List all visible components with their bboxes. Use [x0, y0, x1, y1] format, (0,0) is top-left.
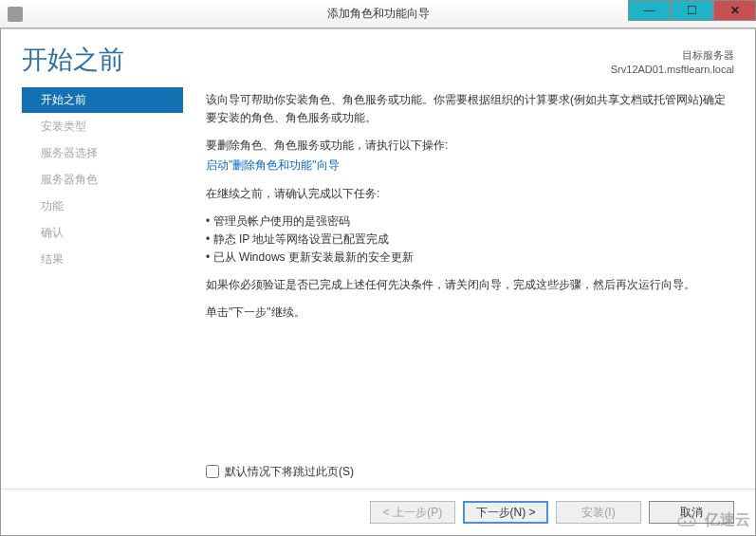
bullet-item: 管理员帐户使用的是强密码	[206, 213, 734, 231]
skip-page-label: 默认情况下将跳过此页(S)	[225, 463, 354, 481]
window-controls: — ☐ ✕	[628, 0, 756, 28]
header-row: 开始之前 目标服务器 Srv12AD01.msftlearn.local	[1, 29, 755, 78]
wizard-steps-sidebar: 开始之前 安装类型 服务器选择 服务器角色 功能 确认 结果	[22, 87, 183, 489]
target-server-info: 目标服务器 Srv12AD01.msftlearn.local	[611, 48, 734, 78]
page-title: 开始之前	[22, 43, 124, 77]
bullet-item: 静态 IP 地址等网络设置已配置完成	[206, 231, 734, 249]
sidebar-item-before-you-begin[interactable]: 开始之前	[22, 87, 183, 113]
remove-prompt: 要删除角色、角色服务或功能，请执行以下操作:	[206, 137, 734, 155]
window-title: 添加角色和功能向导	[327, 6, 430, 22]
main-area: 开始之前 安装类型 服务器选择 服务器角色 功能 确认 结果 该向导可帮助你安装…	[1, 78, 755, 489]
target-server-label: 目标服务器	[611, 48, 734, 63]
sidebar-item-server-selection: 服务器选择	[22, 140, 183, 166]
install-button: 安装(I)	[556, 501, 641, 524]
conditional-note: 如果你必须验证是否已完成上述任何先决条件，请关闭向导，完成这些步骤，然后再次运行…	[206, 276, 734, 294]
next-button[interactable]: 下一步(N) >	[463, 501, 548, 524]
footer-buttons: < 上一步(P) 下一步(N) > 安装(I) 取消	[1, 489, 755, 535]
sidebar-item-features: 功能	[22, 194, 183, 219]
continue-note: 单击"下一步"继续。	[206, 304, 734, 322]
verify-prompt: 在继续之前，请确认完成以下任务:	[206, 185, 734, 203]
previous-button: < 上一步(P)	[370, 501, 455, 524]
remove-roles-link[interactable]: 启动"删除角色和功能"向导	[206, 158, 340, 172]
bullet-item: 已从 Windows 更新安装最新的安全更新	[206, 249, 734, 267]
dialog-body: 开始之前 目标服务器 Srv12AD01.msftlearn.local 开始之…	[0, 28, 756, 536]
close-button[interactable]: ✕	[713, 0, 756, 21]
prerequisite-list: 管理员帐户使用的是强密码 静态 IP 地址等网络设置已配置完成 已从 Windo…	[206, 213, 734, 268]
skip-page-checkbox[interactable]	[206, 465, 219, 478]
app-icon	[8, 7, 23, 22]
sidebar-item-confirmation: 确认	[22, 220, 183, 246]
sidebar-item-server-roles: 服务器角色	[22, 167, 183, 193]
sidebar-item-results: 结果	[22, 247, 183, 272]
minimize-button[interactable]: —	[628, 0, 671, 21]
sidebar-item-installation-type: 安装类型	[22, 114, 183, 139]
maximize-button[interactable]: ☐	[671, 0, 713, 21]
skip-page-row: 默认情况下将跳过此页(S)	[206, 463, 354, 481]
content-panel: 该向导可帮助你安装角色、角色服务或功能。你需要根据组织的计算要求(例如共享文档或…	[183, 87, 734, 489]
cancel-button[interactable]: 取消	[649, 501, 734, 524]
intro-text: 该向导可帮助你安装角色、角色服务或功能。你需要根据组织的计算要求(例如共享文档或…	[206, 91, 734, 127]
target-server-value: Srv12AD01.msftlearn.local	[611, 63, 734, 77]
window-titlebar: 添加角色和功能向导 — ☐ ✕	[0, 0, 756, 28]
